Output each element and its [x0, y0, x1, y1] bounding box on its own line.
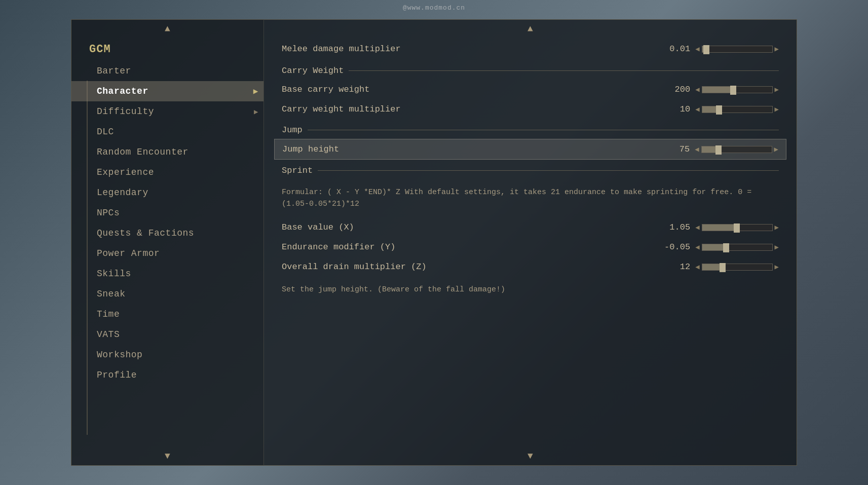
- endurance-modifier-fill: [702, 244, 723, 250]
- carry-weight-multiplier-label: Carry weight multiplier: [282, 104, 660, 114]
- base-carry-weight-label: Base carry weight: [282, 85, 660, 94]
- carry-weight-multiplier-slider-right[interactable]: ▶: [775, 105, 779, 114]
- melee-damage-slider[interactable]: ◀ ▶: [695, 45, 779, 53]
- sidebar-item-sneak[interactable]: Sneak: [71, 284, 263, 304]
- sidebar: ▲ GCM Barter Character Difficulty DLC Ra…: [71, 19, 263, 466]
- sidebar-item-workshop[interactable]: Workshop: [71, 345, 263, 365]
- base-value-label: Base value (X): [282, 222, 660, 232]
- base-value-value: 1.05: [660, 222, 690, 232]
- carry-weight-header-text: Carry Weight: [282, 66, 344, 76]
- sidebar-item-barter[interactable]: Barter: [71, 61, 263, 81]
- overall-drain-value: 12: [660, 262, 690, 272]
- sprint-description: Formular: ( X - Y *END)* Z With default …: [274, 179, 786, 217]
- melee-damage-slider-right[interactable]: ▶: [775, 45, 779, 53]
- jump-height-label: Jump height: [282, 144, 659, 154]
- carry-weight-section-line: [349, 70, 779, 71]
- melee-damage-row: Melee damage multiplier 0.01 ◀ ▶: [274, 38, 786, 60]
- endurance-modifier-slider[interactable]: ◀ ▶: [695, 243, 779, 251]
- endurance-modifier-row: Endurance modifier (Y) -0.05 ◀ ▶: [274, 237, 786, 257]
- sprint-section-line: [318, 170, 779, 171]
- watermark: @www.modmod.cn: [403, 4, 465, 12]
- melee-damage-slider-track[interactable]: [702, 46, 773, 53]
- base-value-slider[interactable]: ◀ ▶: [695, 223, 779, 232]
- carry-weight-multiplier-fill: [702, 106, 716, 113]
- jump-height-row: Jump height 75 ◀ ▶: [274, 139, 786, 160]
- base-carry-weight-thumb[interactable]: [730, 86, 736, 95]
- base-carry-weight-fill: [702, 87, 730, 93]
- jump-height-value: 75: [659, 144, 690, 154]
- melee-damage-slider-left[interactable]: ◀: [695, 45, 699, 53]
- base-value-thumb[interactable]: [734, 223, 740, 233]
- sprint-section-header: Sprint: [274, 160, 786, 179]
- endurance-modifier-slider-left[interactable]: ◀: [695, 243, 699, 251]
- overall-drain-row: Overall drain multiplier (Z) 12 ◀ ▶: [274, 257, 786, 277]
- endurance-modifier-slider-right[interactable]: ▶: [775, 243, 779, 251]
- overall-drain-fill: [702, 264, 720, 270]
- sidebar-item-dlc[interactable]: DLC: [71, 122, 263, 142]
- jump-height-slider[interactable]: ◀ ▶: [695, 145, 778, 154]
- base-carry-weight-row: Base carry weight 200 ◀ ▶: [274, 80, 786, 99]
- carry-weight-multiplier-thumb[interactable]: [716, 105, 722, 115]
- jump-header-text: Jump: [282, 125, 303, 135]
- overall-drain-slider-left[interactable]: ◀: [695, 263, 699, 271]
- base-carry-weight-slider-right[interactable]: ▶: [775, 85, 779, 94]
- content-scroll-up[interactable]: ▲: [264, 20, 797, 38]
- overall-drain-thumb[interactable]: [720, 263, 726, 272]
- endurance-modifier-slider-track[interactable]: [702, 244, 773, 251]
- sidebar-item-legendary[interactable]: Legendary: [71, 182, 263, 203]
- sidebar-item-random-encounter[interactable]: Random Encounter: [71, 142, 263, 162]
- sidebar-item-quests-factions[interactable]: Quests & Factions: [71, 223, 263, 243]
- sidebar-item-difficulty[interactable]: Difficulty: [71, 101, 263, 122]
- carry-weight-multiplier-value: 10: [660, 104, 690, 114]
- sidebar-item-experience[interactable]: Experience: [71, 162, 263, 182]
- base-value-slider-track[interactable]: [702, 224, 773, 231]
- jump-section-header: Jump: [274, 119, 786, 139]
- sidebar-item-power-armor[interactable]: Power Armor: [71, 243, 263, 264]
- sidebar-scroll-up[interactable]: ▲: [71, 20, 263, 38]
- sidebar-item-profile[interactable]: Profile: [71, 365, 263, 385]
- base-carry-weight-slider[interactable]: ◀ ▶: [695, 85, 779, 94]
- melee-damage-label: Melee damage multiplier: [282, 44, 660, 54]
- base-value-fill: [702, 225, 734, 231]
- overall-drain-slider-track[interactable]: [702, 264, 773, 271]
- base-value-slider-right[interactable]: ▶: [775, 223, 779, 232]
- melee-damage-slider-thumb[interactable]: [703, 45, 709, 54]
- content-scroll-down[interactable]: ▼: [264, 447, 797, 465]
- sidebar-scroll-down[interactable]: ▼: [71, 447, 263, 465]
- base-value-slider-left[interactable]: ◀: [695, 223, 699, 232]
- jump-height-slider-left[interactable]: ◀: [695, 145, 699, 154]
- endurance-modifier-label: Endurance modifier (Y): [282, 242, 660, 252]
- sprint-header-text: Sprint: [282, 166, 313, 175]
- carry-weight-multiplier-slider[interactable]: ◀ ▶: [695, 105, 779, 114]
- sidebar-item-character[interactable]: Character: [71, 81, 263, 101]
- sidebar-item-npcs[interactable]: NPCs: [71, 203, 263, 223]
- sidebar-item-time[interactable]: Time: [71, 304, 263, 324]
- base-carry-weight-value: 200: [660, 85, 690, 94]
- endurance-modifier-thumb[interactable]: [723, 243, 729, 252]
- carry-weight-section-header: Carry Weight: [274, 60, 786, 80]
- content-inner: Melee damage multiplier 0.01 ◀ ▶ Carry W…: [264, 38, 797, 447]
- carry-weight-multiplier-slider-track[interactable]: [702, 106, 773, 113]
- overall-drain-label: Overall drain multiplier (Z): [282, 262, 660, 272]
- sidebar-item-skills[interactable]: Skills: [71, 264, 263, 284]
- overall-drain-slider-right[interactable]: ▶: [775, 263, 779, 271]
- jump-height-slider-track[interactable]: [701, 146, 772, 153]
- sidebar-title: GCM: [71, 38, 263, 61]
- jump-section-line: [308, 130, 779, 130]
- base-carry-weight-slider-left[interactable]: ◀: [695, 85, 699, 94]
- jump-height-fill: [702, 146, 716, 153]
- content-panel: ▲ Melee damage multiplier 0.01 ◀ ▶ Carry…: [263, 19, 797, 466]
- carry-weight-multiplier-slider-left[interactable]: ◀: [695, 105, 699, 114]
- carry-weight-multiplier-row: Carry weight multiplier 10 ◀ ▶: [274, 99, 786, 119]
- main-container: ▲ GCM Barter Character Difficulty DLC Ra…: [71, 19, 797, 466]
- overall-drain-slider[interactable]: ◀ ▶: [695, 263, 779, 271]
- base-value-row: Base value (X) 1.05 ◀ ▶: [274, 217, 786, 237]
- melee-damage-value: 0.01: [660, 44, 690, 54]
- jump-height-thumb[interactable]: [715, 145, 722, 155]
- sidebar-item-vats[interactable]: VATS: [71, 324, 263, 345]
- base-carry-weight-slider-track[interactable]: [702, 86, 773, 93]
- jump-height-slider-right[interactable]: ▶: [774, 145, 778, 154]
- bottom-description: Set the jump height. (Beware of the fall…: [274, 277, 786, 304]
- endurance-modifier-value: -0.05: [660, 242, 690, 252]
